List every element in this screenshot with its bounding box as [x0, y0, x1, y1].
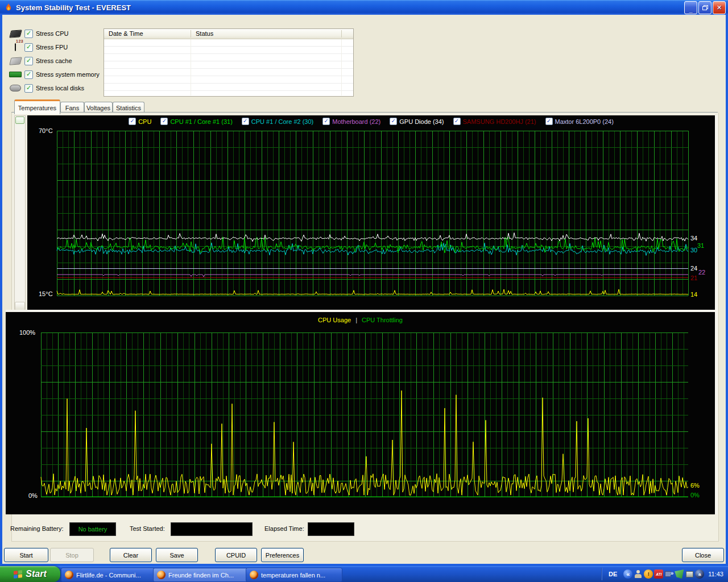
window-title: System Stability Test - EVEREST — [16, 3, 131, 12]
taskbar-task[interactable]: Freunde finden im Ch... — [153, 568, 251, 582]
close-button[interactable]: Close — [682, 548, 724, 562]
legend-checkbox[interactable]: ✓ — [242, 118, 249, 125]
stress-option-row: ✓Stress cache — [8, 55, 72, 67]
clear-button[interactable]: Clear — [110, 548, 152, 562]
column-date-time[interactable]: Date & Time — [104, 29, 191, 39]
preferences-button[interactable]: Preferences — [261, 548, 304, 562]
language-indicator[interactable]: DE — [609, 571, 617, 577]
current-value-label: 30 — [690, 247, 697, 253]
legend-item[interactable]: ✓CPU #1 / Core #2 (30) — [242, 118, 313, 125]
current-value-label: 21 — [690, 275, 697, 281]
legend-label: Maxtor 6L200P0 (24) — [555, 118, 614, 125]
current-value-label: 31 — [697, 242, 704, 249]
display-settings-icon[interactable] — [685, 569, 694, 579]
current-value-label: 24 — [690, 265, 697, 272]
task-label: Freunde finden im Ch... — [168, 572, 234, 579]
title-bar: System Stability Test - EVEREST _ ✕ — [0, 0, 728, 15]
window-frame — [0, 15, 2, 566]
legend-checkbox[interactable]: ✓ — [322, 118, 330, 125]
column-gridline — [341, 39, 342, 95]
legend-checkbox[interactable]: ✓ — [129, 118, 136, 125]
tab-page-border — [11, 112, 718, 113]
column-separator[interactable] — [341, 30, 342, 38]
restore-icon — [702, 5, 708, 10]
temperature-chart — [27, 115, 715, 310]
test-started-field — [171, 522, 253, 536]
legend-item[interactable]: ✓Maxtor 6L200P0 (24) — [545, 118, 614, 125]
scrollbar-endcap[interactable] — [15, 302, 25, 310]
temperature-legend: ✓CPU✓CPU #1 / Core #1 (31)✓CPU #1 / Core… — [27, 118, 715, 125]
usage-chart-header: CPU Usage | CPU Throttling — [6, 317, 715, 323]
save-button[interactable]: Save — [156, 548, 198, 562]
tab-statistics[interactable]: Statistics — [113, 102, 144, 113]
cpuid-button[interactable]: CPUID — [215, 548, 257, 562]
legend-checkbox[interactable]: ✓ — [390, 118, 397, 125]
legend-checkbox[interactable]: ✓ — [453, 118, 461, 125]
battery-value-field: No battery — [69, 522, 116, 536]
series-cpu — [57, 289, 688, 294]
stress-option-row: ✓Stress system memory — [8, 68, 100, 81]
close-window-button[interactable]: ✕ — [713, 1, 726, 14]
stress-option-label: Stress cache — [36, 57, 72, 64]
legend-item[interactable]: ✓SAMSUNG HD200HJ (21) — [453, 118, 536, 125]
cpu-chip-icon — [8, 30, 23, 38]
restore-button[interactable] — [698, 1, 712, 14]
test-log-table[interactable]: Date & Time Status — [104, 28, 354, 97]
hide-icons-chevron-icon[interactable]: « — [623, 569, 632, 579]
tab-fans[interactable]: Fans — [60, 102, 84, 113]
stress-option-label: Stress CPU — [36, 30, 68, 37]
checkbox[interactable]: ✓ — [24, 84, 33, 93]
legend-item[interactable]: ✓Motherboard (22) — [322, 118, 380, 125]
checkbox[interactable]: ✓ — [24, 30, 33, 38]
table-body-empty — [104, 39, 353, 95]
scrollbar-thumb[interactable] — [15, 117, 24, 124]
window-frame — [726, 15, 728, 566]
stop-button: Stop — [50, 548, 94, 562]
column-separator[interactable] — [191, 30, 191, 38]
start-button[interactable]: Start — [0, 566, 60, 582]
legend-item[interactable]: ✓CPU #1 / Core #1 (31) — [160, 118, 232, 125]
fpu-chip-icon: 123 — [8, 44, 23, 51]
stress-option-label: Stress system memory — [36, 71, 100, 78]
tab-voltages[interactable]: Voltages — [84, 102, 113, 113]
ati-icon[interactable]: ATI — [654, 569, 663, 579]
cpu-throttling-title: CPU Throttling — [362, 317, 403, 323]
checkbox[interactable]: ✓ — [24, 57, 33, 65]
minimize-button[interactable]: _ — [684, 1, 697, 14]
firefox-icon — [250, 571, 258, 579]
tab-temperatures[interactable]: Temperatures — [14, 99, 60, 114]
table-header: Date & Time Status — [104, 29, 353, 39]
test-started-label: Test Started: — [130, 525, 165, 532]
start-button[interactable]: Start — [4, 548, 48, 562]
column-gridline — [191, 39, 191, 95]
legend-item[interactable]: ✓GPU Diode (34) — [390, 118, 444, 125]
stress-option-label: Stress local disks — [36, 85, 84, 92]
legend-checkbox[interactable]: ✓ — [545, 118, 553, 125]
current-value-label: 6% — [690, 482, 700, 489]
chart-scale-scrollbar[interactable] — [14, 115, 26, 311]
legend-label: CPU #1 / Core #1 (31) — [170, 118, 232, 125]
current-value-label: 34 — [690, 235, 697, 242]
task-label: temperaturen fallen n... — [261, 572, 325, 579]
taskbar-task[interactable]: Flirtlife.de - Communi... — [61, 568, 159, 582]
series-cpu-1-core-1 — [57, 237, 688, 253]
user-icon[interactable] — [634, 569, 643, 579]
legend-label: SAMSUNG HD200HJ (21) — [463, 118, 536, 125]
checkbox[interactable]: ✓ — [24, 43, 33, 52]
legend-checkbox[interactable]: ✓ — [160, 118, 168, 125]
checkbox[interactable]: ✓ — [24, 70, 33, 79]
legend-item[interactable]: ✓CPU — [129, 118, 151, 125]
column-status[interactable]: Status — [191, 29, 213, 39]
current-value-label: 14 — [690, 291, 697, 298]
current-value-label: 22 — [698, 269, 705, 276]
green-utility-icon[interactable] — [675, 569, 684, 579]
taskbar-task[interactable]: temperaturen fallen n... — [246, 568, 342, 582]
sphere-app-icon[interactable]: a — [695, 569, 704, 579]
warning-icon[interactable]: ! — [644, 569, 653, 579]
network-monitor-icon[interactable] — [664, 569, 673, 579]
temp-axis-min: 15°C — [39, 290, 53, 297]
taskbar-clock: 11:43 — [708, 571, 723, 577]
series-gpu-diode — [57, 233, 688, 242]
series-cpu-usage — [41, 390, 688, 495]
header-divider: | — [355, 317, 357, 323]
